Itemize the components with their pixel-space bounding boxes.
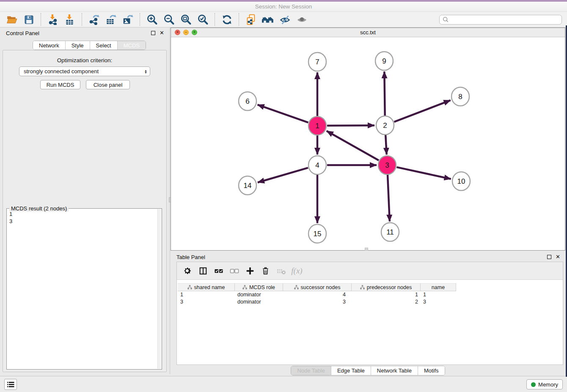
destroy-table-button[interactable] bbox=[274, 264, 288, 278]
mcds-result-text[interactable]: 1 3 bbox=[9, 210, 12, 225]
delete-column-button[interactable] bbox=[259, 264, 272, 278]
network-canvas[interactable]: 7968124314101511 bbox=[171, 37, 565, 250]
destroy-table-icon bbox=[276, 266, 286, 276]
eye-slash-icon bbox=[279, 14, 291, 25]
cell-predecessor-nodes[interactable]: 1 bbox=[352, 292, 421, 298]
task-history-button[interactable] bbox=[4, 379, 17, 390]
table-row[interactable]: 1 dominator 4 1 1 bbox=[178, 291, 456, 298]
float-panel-icon[interactable] bbox=[151, 31, 155, 35]
float-panel-icon[interactable] bbox=[547, 255, 551, 259]
control-panel: Control Panel ✕ Network Style Select MCD… bbox=[0, 28, 169, 374]
network-window-titlebar[interactable]: scc.txt ✕ − + bbox=[171, 28, 565, 37]
zoom-fit-button[interactable] bbox=[177, 12, 194, 27]
mcds-result-group: MCDS result (2 nodes) 1 3 bbox=[6, 208, 162, 370]
hide-selected-button[interactable] bbox=[276, 12, 293, 27]
graph-node-label-1: 1 bbox=[315, 122, 319, 130]
function-builder-button[interactable]: f(x) bbox=[290, 264, 304, 278]
toolbar-separator bbox=[239, 13, 239, 26]
selected-criterion: strongly connected component bbox=[24, 68, 99, 75]
graph-edge-2-3[interactable] bbox=[385, 135, 386, 155]
result-line: 3 bbox=[9, 218, 12, 225]
table-panel-title: Table Panel bbox=[176, 254, 205, 260]
table-panel-header: Table Panel ✕ bbox=[171, 251, 565, 262]
column-header-name[interactable]: name bbox=[421, 283, 456, 291]
column-label: name bbox=[432, 284, 445, 290]
open-session-button[interactable] bbox=[3, 12, 20, 27]
import-table-button[interactable] bbox=[61, 12, 78, 27]
control-panel-title: Control Panel bbox=[6, 30, 39, 36]
optimization-criterion-select[interactable]: strongly connected component ▲▼ bbox=[19, 66, 150, 76]
graph-edge-3-1[interactable] bbox=[327, 131, 379, 160]
tab-style[interactable]: Style bbox=[66, 41, 90, 50]
memory-button[interactable]: Memory bbox=[526, 379, 563, 389]
table-settings-button[interactable] bbox=[180, 264, 194, 278]
cell-predecessor-nodes[interactable]: 2 bbox=[352, 299, 421, 305]
graph-node-label-3: 3 bbox=[385, 161, 389, 169]
import-network-button[interactable] bbox=[44, 12, 61, 27]
close-panel-icon[interactable]: ✕ bbox=[160, 31, 164, 35]
tree-icon bbox=[360, 285, 365, 290]
cell-successor-nodes[interactable]: 3 bbox=[283, 299, 352, 305]
cell-shared-name[interactable]: 1 bbox=[178, 292, 235, 298]
graph-edge-2-9[interactable] bbox=[384, 72, 385, 116]
cell-shared-name[interactable]: 3 bbox=[178, 299, 235, 305]
zoom-in-icon bbox=[146, 14, 158, 25]
graph-node-label-15: 15 bbox=[314, 230, 322, 238]
graph-edge-2-8[interactable] bbox=[394, 100, 450, 122]
cell-name[interactable]: 1 bbox=[421, 292, 456, 298]
zoom-out-icon bbox=[163, 14, 175, 25]
table-tabs: Node Table Edge Table Network Table Moti… bbox=[171, 366, 565, 375]
zoom-selected-button[interactable] bbox=[194, 12, 211, 27]
column-header-mcds-role[interactable]: MCDS role bbox=[235, 283, 283, 291]
cell-mcds-role[interactable]: dominator bbox=[235, 292, 283, 298]
cell-successor-nodes[interactable]: 4 bbox=[283, 292, 352, 298]
export-network-button[interactable] bbox=[85, 12, 102, 27]
graph-node-label-6: 6 bbox=[245, 97, 249, 105]
apply-layout-button[interactable] bbox=[218, 12, 235, 27]
tree-icon bbox=[294, 285, 299, 290]
export-image-button[interactable] bbox=[119, 12, 136, 27]
graph-edge-1-6[interactable] bbox=[258, 105, 308, 122]
show-column-panel-button[interactable] bbox=[196, 264, 210, 278]
copy-network-button[interactable] bbox=[242, 12, 259, 27]
tab-select[interactable]: Select bbox=[90, 41, 118, 50]
column-header-successor-nodes[interactable]: successor nodes bbox=[283, 283, 352, 291]
zoom-in-button[interactable] bbox=[143, 12, 160, 27]
export-table-button[interactable] bbox=[102, 12, 119, 27]
tab-node-table[interactable]: Node Table bbox=[291, 366, 331, 375]
create-column-button[interactable] bbox=[243, 264, 257, 278]
tab-mcds[interactable]: MCDS bbox=[118, 41, 146, 50]
table-row[interactable]: 3 dominator 3 2 3 bbox=[178, 298, 456, 306]
column-header-predecessor-nodes[interactable]: predecessor nodes bbox=[352, 283, 421, 291]
tab-network[interactable]: Network bbox=[33, 41, 66, 50]
network-window-title: scc.txt bbox=[171, 29, 565, 36]
run-mcds-button[interactable]: Run MCDS bbox=[40, 80, 80, 89]
close-panel-icon[interactable]: ✕ bbox=[556, 255, 560, 259]
column-header-shared-name[interactable]: shared name bbox=[178, 283, 235, 291]
graph-edge-1-2[interactable] bbox=[327, 125, 374, 126]
close-panel-button[interactable]: Close panel bbox=[86, 80, 130, 89]
home-icons bbox=[261, 14, 274, 25]
table-toolbar: f(x) bbox=[177, 262, 563, 280]
tab-motifs[interactable]: Motifs bbox=[418, 366, 445, 375]
select-all-columns-button[interactable] bbox=[212, 264, 226, 278]
result-scrollbar[interactable] bbox=[157, 209, 161, 369]
graph-node-label-11: 11 bbox=[386, 228, 394, 236]
home-views-button[interactable] bbox=[259, 12, 276, 27]
cell-mcds-role[interactable]: dominator bbox=[235, 299, 283, 305]
tab-network-table[interactable]: Network Table bbox=[371, 366, 418, 375]
column-label: MCDS role bbox=[249, 284, 275, 290]
graph-edge-3-11[interactable] bbox=[388, 175, 390, 221]
plus-icon bbox=[245, 266, 255, 276]
show-all-button[interactable] bbox=[293, 12, 310, 27]
zoom-out-button[interactable] bbox=[160, 12, 177, 27]
graph-edge-4-14[interactable] bbox=[258, 168, 308, 182]
tab-edge-table[interactable]: Edge Table bbox=[331, 366, 371, 375]
window-resize-grip[interactable] bbox=[365, 248, 368, 251]
graph-edge-3-10[interactable] bbox=[396, 167, 451, 179]
unselect-all-columns-button[interactable] bbox=[227, 264, 241, 278]
save-session-button[interactable] bbox=[20, 12, 37, 27]
app-titlebar[interactable]: Session: New Session bbox=[0, 2, 567, 11]
cell-name[interactable]: 3 bbox=[421, 299, 456, 305]
search-input[interactable] bbox=[439, 15, 562, 25]
